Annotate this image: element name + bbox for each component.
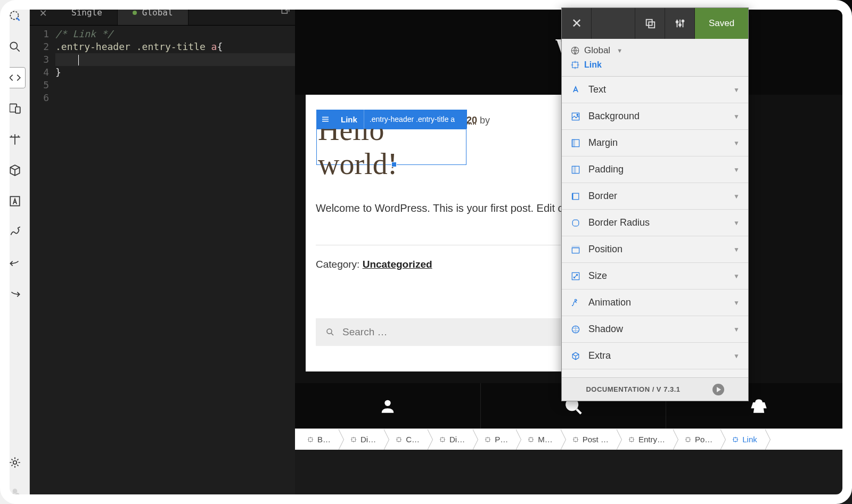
divider: [316, 245, 561, 245]
inspector-section-size[interactable]: Size▼: [562, 263, 748, 290]
code-body[interactable]: 123456 /* Link */ .entry-header .entry-t…: [30, 26, 295, 104]
svg-rect-9: [282, 8, 287, 13]
inspector-section-margin[interactable]: Margin▼: [562, 130, 748, 156]
tab-single[interactable]: Single: [56, 0, 118, 25]
svg-point-31: [575, 299, 576, 301]
code-line: /* Link */: [55, 28, 295, 40]
inspector-section-animation[interactable]: Animation▼: [562, 290, 748, 316]
inspector-section-extra[interactable]: Extra▼: [562, 343, 748, 369]
play-icon[interactable]: [712, 384, 724, 395]
inspector-section-border[interactable]: Border▼: [562, 183, 748, 210]
target-icon: [439, 436, 446, 443]
svg-rect-29: [572, 247, 579, 253]
target-icon: [395, 436, 403, 443]
chevron-down-icon: ▼: [733, 113, 740, 120]
inspector-section-shadow[interactable]: Shadow▼: [562, 316, 748, 343]
inspector-toolbar: ✕ Saved: [562, 8, 748, 39]
code-line: }: [55, 66, 295, 79]
animation-icon[interactable]: [4, 221, 26, 243]
code-line: .entry-header .entry-title a{: [55, 40, 295, 53]
search-icon[interactable]: [4, 36, 26, 57]
target-icon: [628, 436, 635, 443]
target-icon: [307, 436, 314, 443]
chevron-down-icon: ▼: [733, 272, 740, 280]
search-placeholder: Search …: [342, 326, 387, 338]
selection-overlay[interactable]: Link .entry-header .entry-title a: [316, 110, 467, 129]
svg-point-15: [676, 21, 678, 23]
scope-element[interactable]: Link: [570, 60, 740, 70]
code-line: [55, 92, 295, 104]
ruler-icon[interactable]: [4, 129, 26, 150]
selection-label: Link: [334, 110, 364, 129]
devices-icon[interactable]: [4, 98, 26, 119]
post-body: Welcome to WordPress. This is your first…: [316, 202, 566, 214]
background-icon: [570, 111, 581, 122]
inspector-section-background[interactable]: Background▼: [562, 103, 748, 130]
selector-tool-icon[interactable]: [4, 5, 26, 27]
svg-rect-27: [572, 220, 579, 226]
category-link[interactable]: Uncategorized: [363, 259, 432, 270]
scope-global[interactable]: Global ▼: [570, 45, 740, 56]
svg-point-10: [327, 329, 332, 334]
inspector-section-position[interactable]: Position▼: [562, 236, 748, 263]
selection-menu-icon[interactable]: [316, 114, 334, 124]
search-box[interactable]: Search …: [316, 318, 561, 346]
footer-account-icon[interactable]: [295, 383, 481, 429]
breadcrumb-item[interactable]: Di…: [427, 429, 472, 450]
undo-icon[interactable]: [4, 252, 26, 274]
copy-states-icon[interactable]: [635, 8, 665, 39]
breadcrumb-item[interactable]: Di…: [338, 429, 383, 450]
breadcrumb-item[interactable]: B…: [295, 429, 338, 450]
breadcrumb-item[interactable]: Po…: [673, 429, 720, 450]
inspector-footer: DOCUMENTATION / V 7.3.1: [562, 377, 748, 401]
inspector-close-icon[interactable]: ✕: [562, 8, 592, 39]
position-icon: [570, 244, 581, 255]
chevron-down-icon: ▼: [733, 193, 740, 200]
animation-icon: [570, 298, 581, 308]
breadcrumb-item[interactable]: Post …: [560, 429, 616, 450]
editor-tabs: ✕ Single Global: [30, 0, 295, 26]
tab-global[interactable]: Global: [118, 0, 189, 25]
target-icon: [484, 436, 491, 443]
target-icon: [350, 436, 357, 443]
line-gutter: 123456: [30, 28, 55, 104]
chevron-down-icon: ▼: [733, 219, 740, 227]
breadcrumb-item[interactable]: M…: [515, 429, 560, 450]
svg-point-6: [10, 493, 15, 498]
post-title-link[interactable]: Hello world!: [316, 129, 466, 165]
settings-gear-icon[interactable]: [4, 452, 26, 473]
typography-icon[interactable]: [4, 191, 26, 212]
code-editor: ✕ Single Global 123456 /* Link */ .entry…: [30, 0, 295, 504]
cube-icon[interactable]: [4, 160, 26, 181]
chevron-down-icon: ▼: [617, 47, 622, 54]
close-editor-icon[interactable]: ✕: [30, 0, 56, 25]
post-category: Category: Uncategorized: [316, 259, 432, 270]
target-icon: [572, 436, 579, 443]
chevron-down-icon: ▼: [733, 246, 740, 253]
inspector-section-padding[interactable]: Padding▼: [562, 156, 748, 183]
breadcrumb-item[interactable]: Link: [720, 429, 765, 450]
svg-rect-25: [574, 166, 576, 173]
inspector-panel: ✕ Saved Global ▼ Link Text▼Background▼Ma…: [561, 7, 749, 401]
inspector-section-radius[interactable]: Border Radius▼: [562, 210, 748, 236]
unsaved-dot-icon: [133, 11, 137, 15]
settings-sliders-icon[interactable]: [665, 8, 695, 39]
saved-button[interactable]: Saved: [695, 8, 748, 39]
breadcrumb-item[interactable]: P…: [472, 429, 515, 450]
radius-icon: [570, 218, 581, 228]
popout-icon[interactable]: [280, 5, 291, 18]
svg-point-1: [10, 42, 17, 49]
redo-icon[interactable]: [4, 283, 26, 304]
code-tool-icon[interactable]: [4, 67, 26, 88]
breadcrumb-item[interactable]: C…: [383, 429, 427, 450]
target-icon: [570, 60, 580, 70]
target-icon: [684, 436, 692, 443]
svg-point-5: [13, 461, 17, 465]
svg-rect-26: [572, 193, 579, 200]
svg-point-16: [679, 24, 681, 26]
modules-icon[interactable]: [4, 483, 26, 504]
breadcrumb-item[interactable]: Entry…: [616, 429, 673, 450]
target-icon: [527, 436, 535, 443]
code-line: [55, 79, 295, 92]
inspector-section-text[interactable]: Text▼: [562, 77, 748, 103]
